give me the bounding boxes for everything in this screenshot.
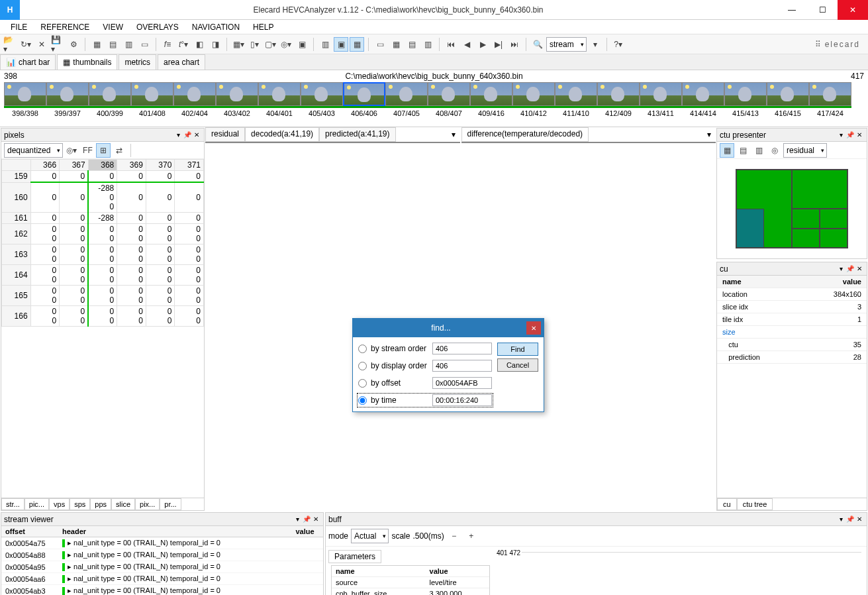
thumbnail[interactable]: 409/416 — [470, 82, 512, 117]
pixels-grid[interactable]: 36636736836937037115900000016000-288 0 0… — [1, 159, 204, 498]
dropdown-icon[interactable]: ▾ — [836, 515, 845, 524]
parameters-tab[interactable]: Parameters — [328, 550, 381, 563]
box1-icon[interactable]: ▢▾ — [263, 37, 277, 52]
thumbnail[interactable]: 414/414 — [682, 82, 724, 117]
layout3-icon[interactable]: ▦ — [350, 37, 364, 52]
find-button[interactable]: Find — [497, 343, 538, 356]
pin-icon[interactable]: 📌 — [302, 515, 311, 524]
circle-icon[interactable]: ◎ — [767, 143, 782, 158]
ctu-view[interactable] — [717, 159, 867, 258]
pin-icon[interactable]: ▾ — [447, 127, 460, 142]
find-titlebar[interactable]: find... ✕ — [353, 319, 544, 337]
decoded-view[interactable] — [205, 142, 460, 143]
dropdown-icon[interactable]: ▾ — [293, 515, 302, 524]
menu-file[interactable]: FILE — [5, 21, 32, 33]
layout6-icon[interactable]: ▤ — [405, 37, 419, 52]
thumbnail[interactable]: 407/405 — [385, 82, 428, 117]
dropdown-icon[interactable]: ▾ — [173, 131, 183, 140]
pin-icon[interactable]: 📌 — [845, 515, 855, 524]
thumbnail[interactable]: 415/413 — [724, 82, 767, 117]
tab-thumbnails[interactable]: ▦ thumbnails — [57, 54, 117, 70]
delete-icon[interactable]: ✕ — [34, 37, 49, 52]
nav-play-icon[interactable]: ▶ — [475, 37, 490, 52]
close-icon[interactable]: ✕ — [855, 515, 864, 524]
tab-pix...[interactable]: pix... — [135, 498, 160, 510]
circle-icon[interactable]: ◎▾ — [64, 143, 79, 158]
tab-pr...[interactable]: pr... — [160, 498, 181, 510]
unknown-icon[interactable]: ▾ — [588, 37, 603, 52]
thumbnail[interactable]: 410/412 — [512, 82, 555, 117]
display-order-input[interactable] — [432, 360, 492, 372]
cu-table[interactable]: namevaluelocation384x160slice idx3tile i… — [717, 276, 867, 498]
close-icon[interactable]: ✕ — [855, 264, 864, 274]
tab-difference[interactable]: difference(temperature/decoded) — [461, 127, 589, 142]
ctu-view1-icon[interactable]: ▦ — [720, 143, 734, 158]
close-icon[interactable]: ✕ — [192, 131, 201, 140]
ctu-view3-icon[interactable]: ▥ — [751, 143, 766, 158]
layout7-icon[interactable]: ▥ — [420, 37, 435, 52]
thumbnail[interactable]: 408/407 — [428, 82, 470, 117]
menu-view[interactable]: VIEW — [97, 21, 128, 33]
chart-icon[interactable]: ▯▾ — [247, 37, 262, 52]
tab-predicted[interactable]: predicted(a:41,19) — [319, 127, 395, 142]
thumbnail[interactable]: 403/402 — [216, 82, 258, 117]
menu-help[interactable]: HELP — [248, 21, 279, 33]
dropdown-icon[interactable]: ▾ — [836, 264, 845, 274]
time-input[interactable] — [432, 394, 492, 406]
plus-icon[interactable]: + — [464, 529, 479, 543]
tab-cu[interactable]: cu — [717, 498, 737, 510]
mode-dropdown[interactable]: Actual — [351, 529, 389, 543]
offset-input[interactable] — [432, 377, 492, 389]
menu-reference[interactable]: REFERENCE — [35, 21, 95, 33]
stream-order-input[interactable] — [432, 343, 492, 354]
stream-row[interactable]: 0x00054aa6▸ nal_unit type = 00 (TRAIL_N)… — [1, 573, 323, 585]
color1-icon[interactable]: ◧ — [192, 37, 207, 52]
thumbnail[interactable]: 404/401 — [258, 82, 301, 117]
tab-pps[interactable]: pps — [90, 498, 111, 510]
maximize-button[interactable]: ☐ — [807, 0, 838, 20]
swap-icon[interactable]: ⇄ — [112, 143, 126, 158]
minimize-button[interactable]: — — [777, 0, 807, 20]
difference-view[interactable] — [461, 142, 716, 143]
nav-next-icon[interactable]: ▶| — [491, 37, 506, 52]
thumbnail[interactable]: 413/411 — [640, 82, 682, 117]
tab-sps[interactable]: sps — [70, 498, 90, 510]
stream-dropdown[interactable]: stream — [546, 37, 587, 52]
stream-row[interactable]: 0x00054a75▸ nal_unit type = 00 (TRAIL_N)… — [1, 537, 323, 549]
color2-icon[interactable]: ◨ — [208, 37, 222, 52]
thumbnail[interactable]: 406/406 — [343, 82, 385, 117]
layout1-icon[interactable]: ▥ — [318, 37, 332, 52]
view3-icon[interactable]: ▥ — [121, 37, 136, 52]
tab-residual[interactable]: residual — [205, 127, 245, 142]
find-close-button[interactable]: ✕ — [526, 321, 541, 335]
tab-area-chart[interactable]: area chart — [158, 54, 205, 70]
pin-icon[interactable]: 📌 — [845, 131, 855, 140]
view2-icon[interactable]: ▤ — [105, 37, 120, 52]
layout2-icon[interactable]: ▣ — [334, 37, 348, 52]
radio-stream-order[interactable] — [358, 345, 367, 353]
thumbnail[interactable]: 399/397 — [46, 82, 89, 117]
radio-offset[interactable] — [358, 379, 367, 388]
minus-icon[interactable]: − — [447, 529, 461, 543]
thumbnail[interactable]: 416/415 — [767, 82, 809, 117]
tool-icon[interactable]: ▣ — [295, 37, 309, 52]
thumbnail[interactable]: 400/399 — [89, 82, 131, 117]
tab-slice[interactable]: slice — [111, 498, 135, 510]
radio-time[interactable] — [358, 396, 367, 405]
grid-icon[interactable]: ⊞ — [96, 143, 111, 158]
fx-icon[interactable]: f≡ — [160, 37, 175, 52]
dequantized-dropdown[interactable]: dequantized — [4, 143, 63, 158]
gear-icon[interactable]: ⚙ — [66, 37, 81, 52]
close-icon[interactable]: ✕ — [311, 515, 320, 524]
pin-icon[interactable]: 📌 — [845, 264, 855, 274]
pin-icon[interactable]: 📌 — [183, 131, 192, 140]
grid1-icon[interactable]: ▦▾ — [231, 37, 246, 52]
search-icon[interactable]: 🔍 — [530, 37, 545, 52]
menu-navigation[interactable]: NAVIGATION — [187, 21, 245, 33]
tab-chart-bar[interactable]: 📊 chart bar — [0, 54, 56, 70]
thumbnail[interactable]: 401/408 — [131, 82, 173, 117]
layout4-icon[interactable]: ▭ — [373, 37, 387, 52]
save-icon[interactable]: 💾▾ — [50, 37, 65, 52]
radio-display-order[interactable] — [358, 362, 367, 370]
cancel-button[interactable]: Cancel — [497, 358, 538, 372]
